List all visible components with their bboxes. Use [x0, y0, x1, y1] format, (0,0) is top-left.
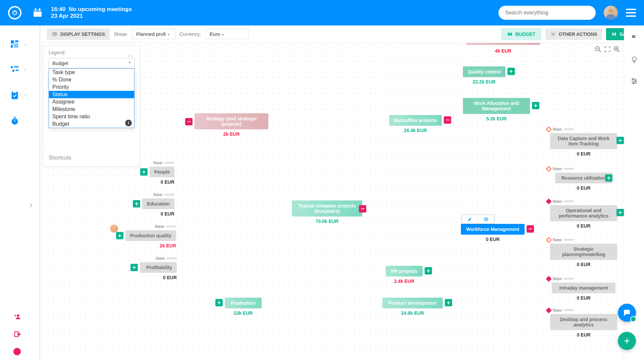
node-value: 0 EUR: [547, 295, 621, 301]
node-prod-quality[interactable]: New + Production quality 2k EUR: [111, 224, 176, 248]
meetings-status: No upcoming meetings: [69, 6, 132, 12]
node-strategy[interactable]: − Strategy (and strategic projects) 2k E…: [195, 113, 268, 137]
node-data-capture[interactable]: New Data Capture and Work Item Tracking …: [547, 127, 621, 157]
status-diamond-icon: [546, 198, 552, 204]
node-value: 0 EUR: [547, 262, 621, 267]
expand-icon[interactable]: +: [616, 137, 624, 144]
node-center[interactable]: Typical company projects (templates) − 7…: [292, 200, 362, 224]
nav-tasks-icon[interactable]: ›: [9, 90, 20, 101]
nav-dashboard-icon[interactable]: ›: [9, 39, 20, 50]
node-people[interactable]: New + People 0 EUR: [138, 160, 174, 185]
legend-select[interactable]: Budget: [49, 58, 135, 68]
chat-fab[interactable]: [618, 304, 636, 322]
status-label: New: [156, 256, 165, 261]
node-hr[interactable]: HR projects + 2.4k EUR: [386, 266, 423, 284]
node-backoffice[interactable]: Backoffice projects − 26.4k EUR: [389, 115, 442, 133]
collapse-icon[interactable]: −: [185, 118, 193, 125]
mindmap-canvas[interactable]: Legend: ︿ Budget Task type % Done Priori…: [40, 43, 624, 362]
edit-icon[interactable]: [462, 215, 478, 224]
calendar-icon[interactable]: [32, 7, 43, 18]
svg-rect-4: [35, 8, 36, 11]
node-resource-util[interactable]: New Resource utilization + 0 EUR: [547, 166, 621, 191]
expand-icon[interactable]: +: [532, 102, 539, 109]
flag-icon[interactable]: [630, 34, 638, 42]
expand-icon[interactable]: +: [425, 267, 432, 275]
expand-sidebar-icon[interactable]: ›: [30, 200, 33, 210]
zoom-out-icon[interactable]: [594, 46, 602, 53]
svg-point-30: [632, 57, 636, 61]
node-workforce-selected[interactable]: Workforce Management − 0 EUR: [461, 224, 525, 242]
legend-dropdown: Task type % Done Priority Status Assigne…: [49, 68, 135, 128]
expand-icon[interactable]: +: [116, 232, 123, 239]
nav-hierarchy-icon[interactable]: ›: [9, 64, 20, 75]
node-work-alloc[interactable]: Work Allocation and Management + 5.2k EU…: [463, 98, 530, 121]
zoom-fit-icon[interactable]: [604, 46, 611, 53]
node-value: 22.2k EUR: [463, 79, 505, 84]
show-select[interactable]: Planned profi: [132, 29, 175, 39]
other-actions-button[interactable]: OTHER ACTIONS: [545, 28, 602, 40]
legend-option-selected[interactable]: Status: [49, 91, 134, 98]
node-profitability[interactable]: New + Profitability 0 EUR: [126, 256, 177, 280]
node-label: Data Capture and Work Item Tracking: [550, 133, 617, 149]
menu-icon[interactable]: [626, 9, 636, 17]
expand-icon[interactable]: +: [130, 264, 138, 271]
legend-info-icon[interactable]: i: [125, 120, 132, 126]
zoom-controls: [594, 46, 621, 53]
expand-icon[interactable]: +: [133, 200, 140, 207]
collapse-icon[interactable]: −: [359, 205, 366, 213]
svg-rect-10: [11, 45, 13, 48]
add-child-icon[interactable]: [478, 215, 494, 224]
node-quality[interactable]: Quality control + 22.2k EUR: [463, 66, 505, 84]
legend-option[interactable]: Budget: [49, 120, 134, 128]
legend-option[interactable]: Milestone: [49, 106, 134, 113]
logout-icon[interactable]: [13, 330, 21, 340]
node-prod-dev[interactable]: Product development + 24.9k EUR: [382, 298, 443, 316]
node-value: 0 EUR: [138, 179, 174, 185]
legend-option[interactable]: Assignee: [49, 98, 134, 106]
search-input[interactable]: [498, 6, 596, 20]
legend-option[interactable]: Spent time ratio: [49, 113, 134, 120]
node-label: Product development: [382, 298, 443, 308]
add-fab[interactable]: +: [618, 332, 636, 350]
node-label: Operational and performance analytics: [550, 205, 617, 221]
node-operational[interactable]: New Operational and performance analytic…: [547, 199, 621, 229]
expand-icon[interactable]: +: [140, 168, 148, 176]
legend-option[interactable]: Priority: [49, 83, 134, 91]
expand-icon[interactable]: +: [445, 299, 452, 306]
user-avatar[interactable]: [604, 6, 618, 20]
status-label: New: [553, 166, 562, 171]
node-value: 24.9k EUR: [382, 310, 443, 316]
legend-option[interactable]: Task type: [49, 69, 134, 76]
collapse-icon[interactable]: −: [444, 116, 451, 124]
expand-icon[interactable]: +: [605, 174, 612, 182]
node-intraday[interactable]: New Intraday management 0 EUR: [547, 276, 621, 301]
expand-icon[interactable]: +: [507, 68, 515, 75]
node-label: Education: [142, 198, 174, 209]
node[interactable]: 4k EUR: [466, 43, 540, 54]
invite-user-icon[interactable]: +: [13, 313, 21, 322]
app-logo[interactable]: [8, 6, 21, 19]
node-education[interactable]: New + Education 0 EUR: [131, 192, 174, 217]
zoom-in-icon[interactable]: [613, 46, 621, 53]
display-settings-button[interactable]: DISPLAY SETTINGS: [47, 28, 110, 40]
currency-select[interactable]: Euro: [205, 29, 249, 39]
budget-button[interactable]: BUDGET: [501, 28, 541, 40]
expand-icon[interactable]: +: [215, 299, 223, 306]
collapse-icon[interactable]: −: [527, 225, 534, 233]
list-settings-icon[interactable]: [630, 77, 638, 85]
svg-point-21: [17, 314, 19, 317]
shortcuts-label[interactable]: Shortcuts: [43, 128, 140, 161]
lightbulb-icon[interactable]: [630, 56, 638, 64]
status-label: New: [155, 224, 164, 229]
node-desktop[interactable]: New Desktop and process analytics 0 EUR: [547, 308, 621, 338]
nav-timer-icon[interactable]: [9, 115, 20, 126]
node-value: 23k EUR: [225, 310, 262, 316]
legend-option[interactable]: % Done: [49, 76, 134, 83]
expand-icon[interactable]: +: [616, 209, 624, 216]
node-strategic-plan[interactable]: New Strategic planning/modelling 0 EUR: [547, 237, 621, 267]
node-production[interactable]: + Production 23k EUR: [225, 298, 262, 316]
info-icon[interactable]: i: [13, 348, 21, 355]
status-label: New: [153, 160, 162, 165]
status-diamond-icon: [546, 237, 552, 243]
assignee-avatar[interactable]: [110, 225, 118, 233]
